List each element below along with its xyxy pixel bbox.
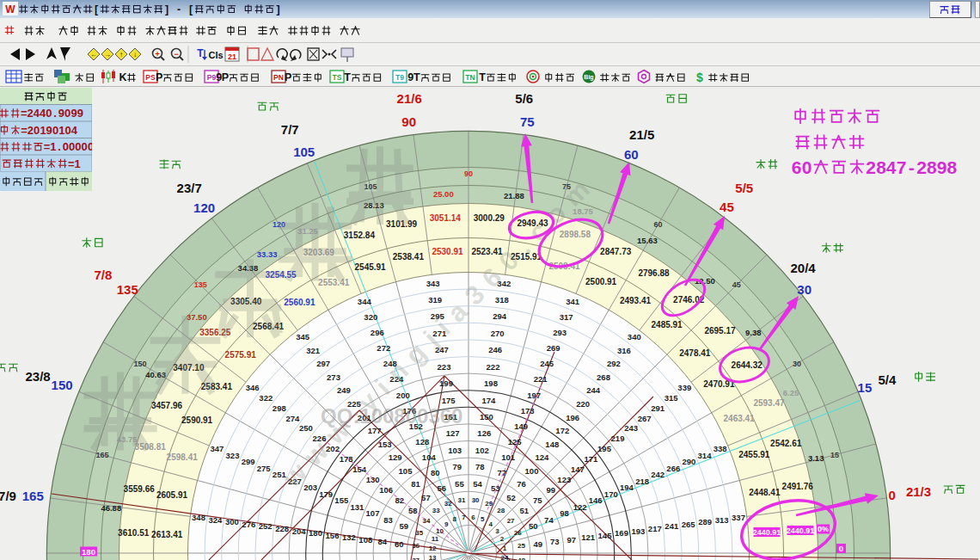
svg-text:21.88: 21.88 xyxy=(504,191,524,200)
svg-text:48: 48 xyxy=(518,557,525,560)
svg-text:273: 273 xyxy=(327,372,340,382)
svg-text:+: + xyxy=(155,50,159,58)
svg-text:296: 296 xyxy=(371,328,384,337)
svg-text:314: 314 xyxy=(698,451,713,460)
svg-text:150: 150 xyxy=(134,360,147,368)
svg-text:53: 53 xyxy=(491,483,500,493)
svg-text:↑: ↑ xyxy=(119,51,123,58)
svg-text:2553.41: 2553.41 xyxy=(318,278,350,287)
svg-text:56: 56 xyxy=(438,483,447,493)
svg-text:74: 74 xyxy=(544,515,554,525)
svg-text:1: 1 xyxy=(40,124,46,137)
svg-text:132: 132 xyxy=(342,532,356,542)
svg-text:165: 165 xyxy=(22,489,44,503)
svg-text:PS: PS xyxy=(145,73,156,82)
svg-text:243: 243 xyxy=(624,423,638,433)
svg-text:2542.61: 2542.61 xyxy=(770,439,802,448)
svg-text:T: T xyxy=(413,71,420,83)
svg-text:60: 60 xyxy=(395,539,404,549)
svg-text:339: 339 xyxy=(677,383,691,392)
svg-text:269: 269 xyxy=(547,343,560,353)
svg-text:55: 55 xyxy=(455,479,464,489)
svg-text:84: 84 xyxy=(378,537,388,546)
svg-text:294: 294 xyxy=(493,311,507,321)
svg-text:8: 8 xyxy=(927,157,937,177)
svg-text:2500.91: 2500.91 xyxy=(585,277,617,286)
svg-text:100: 100 xyxy=(525,466,539,476)
svg-text:25: 25 xyxy=(518,542,525,550)
svg-text:292: 292 xyxy=(607,359,621,368)
svg-text:51: 51 xyxy=(519,506,529,515)
svg-text:297: 297 xyxy=(316,359,330,368)
svg-text:300: 300 xyxy=(225,517,239,526)
svg-text:2: 2 xyxy=(27,107,33,120)
svg-text:228: 228 xyxy=(275,524,289,533)
svg-text:32: 32 xyxy=(444,500,452,508)
svg-text:337: 337 xyxy=(732,513,745,522)
svg-text:2796.88: 2796.88 xyxy=(638,268,670,278)
svg-text:180: 180 xyxy=(82,547,95,557)
svg-text:Cls: Cls xyxy=(208,50,223,60)
svg-text:[: [ xyxy=(189,3,193,15)
svg-text:174: 174 xyxy=(481,396,496,405)
svg-text:P: P xyxy=(285,71,291,83)
svg-text:149: 149 xyxy=(514,422,528,431)
svg-text:78: 78 xyxy=(475,462,485,471)
svg-text:127: 127 xyxy=(446,428,460,438)
svg-text:28: 28 xyxy=(497,507,505,514)
svg-text:173: 173 xyxy=(521,406,535,415)
svg-text:196: 196 xyxy=(566,413,579,422)
svg-text:222: 222 xyxy=(487,362,500,372)
svg-text:241: 241 xyxy=(665,521,679,531)
svg-text:←: ← xyxy=(90,51,97,58)
svg-text:-: - xyxy=(177,3,181,15)
svg-text:80: 80 xyxy=(431,468,440,477)
svg-text:299: 299 xyxy=(242,457,255,466)
svg-text:98: 98 xyxy=(560,508,569,518)
svg-text:105: 105 xyxy=(293,145,315,159)
svg-text:13: 13 xyxy=(429,554,437,560)
svg-text:340: 340 xyxy=(628,332,641,342)
svg-text:75: 75 xyxy=(533,495,542,505)
svg-text:250: 250 xyxy=(299,423,313,433)
svg-text:52: 52 xyxy=(506,493,516,502)
svg-text:346: 346 xyxy=(246,383,260,392)
svg-text:30: 30 xyxy=(793,360,801,368)
svg-text:20/4: 20/4 xyxy=(790,261,816,275)
svg-text:3152.84: 3152.84 xyxy=(344,231,376,240)
svg-text:PN: PN xyxy=(273,73,284,82)
svg-text:0: 0 xyxy=(889,488,896,502)
svg-text:197: 197 xyxy=(527,391,541,400)
svg-text:220: 220 xyxy=(576,399,590,409)
svg-text:15.63: 15.63 xyxy=(637,236,658,245)
svg-text:2613.41: 2613.41 xyxy=(151,530,183,539)
svg-text:58: 58 xyxy=(408,506,418,515)
svg-text:3000.29: 3000.29 xyxy=(474,213,505,223)
svg-text:24: 24 xyxy=(500,554,508,560)
svg-text:21: 21 xyxy=(228,52,236,61)
svg-text:8: 8 xyxy=(876,157,886,177)
svg-text:5/4: 5/4 xyxy=(878,372,897,387)
svg-text:120: 120 xyxy=(193,200,215,215)
svg-text:P: P xyxy=(156,71,162,83)
svg-text:3610.51: 3610.51 xyxy=(118,528,150,538)
svg-text:316: 316 xyxy=(617,346,631,355)
svg-text:45: 45 xyxy=(720,200,734,214)
svg-text:103: 103 xyxy=(448,446,462,455)
svg-text:319: 319 xyxy=(428,295,442,305)
svg-text:322: 322 xyxy=(259,393,273,403)
svg-text:9: 9 xyxy=(77,107,83,120)
svg-text:2530.91: 2530.91 xyxy=(432,247,463,256)
svg-text:315: 315 xyxy=(665,393,679,403)
svg-text:323: 323 xyxy=(226,451,240,460)
svg-text:2545.91: 2545.91 xyxy=(355,262,387,272)
svg-text:−: − xyxy=(174,50,178,58)
svg-text:341: 341 xyxy=(566,297,580,306)
svg-text:2448.41: 2448.41 xyxy=(749,488,781,497)
svg-text:169: 169 xyxy=(615,528,628,538)
svg-text:57: 57 xyxy=(421,493,431,502)
svg-text:270: 270 xyxy=(491,329,505,338)
svg-text:5: 5 xyxy=(481,515,485,523)
svg-text:0: 0 xyxy=(46,107,52,120)
svg-text:217: 217 xyxy=(648,524,662,533)
